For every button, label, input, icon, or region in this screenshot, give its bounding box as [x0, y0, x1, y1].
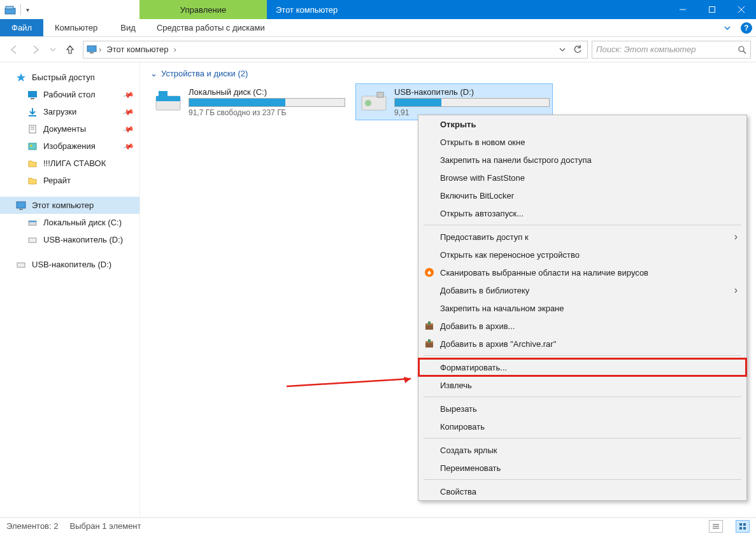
- sidebar-item-label: USB-накопитель (D:): [43, 235, 123, 244]
- breadcrumb-separator[interactable]: ›: [99, 45, 101, 54]
- cm-separator: [424, 397, 741, 397]
- sidebar-item-folder[interactable]: Рерайт: [0, 172, 139, 189]
- sidebar-this-pc[interactable]: Этот компьютер: [0, 197, 139, 214]
- svg-rect-3: [710, 7, 715, 13]
- sidebar-item-documents[interactable]: Документы 📌: [0, 120, 139, 137]
- tab-drive-tools[interactable]: Средства работы с дисками: [147, 19, 275, 36]
- window-title: Этот компьютер: [267, 0, 668, 19]
- folder-icon: [27, 158, 38, 169]
- tab-view[interactable]: Вид: [109, 19, 147, 36]
- capacity-bar: [394, 98, 550, 107]
- qat-separator: [20, 4, 21, 15]
- address-bar[interactable]: › Этот компьютер ›: [83, 41, 588, 59]
- cm-open-autoplay[interactable]: Открыть автозапуск...: [418, 204, 746, 222]
- back-button[interactable]: [5, 41, 23, 59]
- documents-icon: [27, 123, 38, 135]
- title-bar: ▾ Управление Этот компьютер: [0, 0, 756, 19]
- submenu-arrow-icon: ›: [734, 231, 738, 242]
- cm-create-shortcut[interactable]: Создать ярлык: [418, 441, 746, 459]
- help-icon: ?: [741, 22, 752, 34]
- cm-format[interactable]: Форматировать...: [418, 358, 746, 376]
- cm-cut[interactable]: Вырезать: [418, 400, 746, 418]
- cm-open[interactable]: Открыть: [418, 115, 746, 133]
- svg-rect-44: [739, 527, 742, 530]
- pin-icon: 📌: [122, 88, 135, 101]
- usb-drive-icon: [27, 234, 38, 246]
- cm-add-library[interactable]: Добавить в библиотеку›: [418, 281, 746, 299]
- close-button[interactable]: [727, 0, 756, 19]
- search-placeholder: Поиск: Этот компьютер: [596, 45, 738, 54]
- svg-rect-43: [743, 523, 746, 526]
- winrar-icon: [424, 320, 435, 332]
- avast-icon: [424, 267, 435, 278]
- navigation-pane: Быстрый доступ Рабочий стол 📌 Загрузки 📌…: [0, 62, 140, 517]
- sidebar-quick-access[interactable]: Быстрый доступ: [0, 69, 139, 86]
- sidebar-drive-d[interactable]: USB-накопитель (D:): [0, 231, 139, 248]
- breadcrumb-separator[interactable]: ›: [174, 45, 176, 54]
- cm-pin-quick-access[interactable]: Закрепить на панели быстрого доступа: [418, 151, 746, 169]
- svg-rect-42: [739, 523, 742, 526]
- sidebar-drive-c[interactable]: Локальный диск (C:): [0, 214, 139, 231]
- tab-computer[interactable]: Компьютер: [43, 19, 109, 36]
- svg-rect-10: [28, 91, 37, 97]
- svg-rect-29: [377, 92, 383, 97]
- cm-separator: [424, 355, 741, 356]
- cm-properties[interactable]: Свойства: [418, 482, 746, 500]
- maximize-button[interactable]: [697, 0, 727, 19]
- view-tiles-button[interactable]: [736, 520, 750, 533]
- search-box[interactable]: Поиск: Этот компьютер: [592, 41, 751, 59]
- ribbon-context-group: Управление: [139, 0, 267, 19]
- sidebar-item-pictures[interactable]: Изображения 📌: [0, 137, 139, 155]
- ribbon-collapse-icon[interactable]: [718, 19, 737, 36]
- minimize-button[interactable]: [668, 0, 697, 19]
- drive-free-text: 91,7 ГБ свободно из 237 ГБ: [189, 108, 345, 117]
- tab-file[interactable]: Файл: [0, 19, 43, 36]
- usb-drive-icon: [359, 87, 389, 117]
- status-bar: Элементов: 2 Выбран 1 элемент: [0, 517, 756, 534]
- forward-button[interactable]: [27, 41, 45, 59]
- sidebar-item-label: Рерайт: [43, 176, 71, 185]
- cm-separator: [424, 479, 741, 480]
- search-icon: [738, 45, 746, 54]
- breadcrumb-this-pc[interactable]: Этот компьютер: [103, 45, 172, 54]
- svg-point-28: [365, 100, 371, 106]
- refresh-button[interactable]: [571, 43, 585, 57]
- folder-icon: [27, 175, 38, 186]
- sidebar-item-label: !!!ЛИГА СТАВОК: [43, 158, 106, 168]
- address-dropdown-icon[interactable]: [555, 43, 569, 57]
- cm-open-new-window[interactable]: Открыть в новом окне: [418, 133, 746, 151]
- svg-point-8: [739, 46, 744, 52]
- up-button[interactable]: [61, 41, 79, 59]
- cm-eject[interactable]: Извлечь: [418, 376, 746, 394]
- group-header-devices[interactable]: ⌄ Устройства и диски (2): [150, 69, 746, 78]
- cm-give-access[interactable]: Предоставить доступ к›: [418, 228, 746, 246]
- desktop-icon: [27, 89, 38, 101]
- recent-locations-icon[interactable]: [48, 41, 57, 59]
- qat-dropdown-icon[interactable]: ▾: [25, 6, 31, 13]
- cm-rename[interactable]: Переименовать: [418, 459, 746, 477]
- drive-tile-c[interactable]: Локальный диск (C:) 91,7 ГБ свободно из …: [150, 83, 348, 120]
- svg-rect-19: [19, 209, 23, 210]
- svg-rect-1: [6, 6, 13, 9]
- svg-line-9: [743, 51, 746, 53]
- cm-add-to-archive[interactable]: Добавить в архив...: [418, 317, 746, 335]
- window-controls: [668, 0, 756, 19]
- context-menu: Открыть Открыть в новом окне Закрепить н…: [418, 115, 747, 501]
- cm-scan-avast[interactable]: Сканировать выбранные области на наличие…: [418, 263, 746, 281]
- cm-open-portable[interactable]: Открыть как переносное устройство: [418, 246, 746, 263]
- sidebar-item-folder[interactable]: !!!ЛИГА СТАВОК: [0, 155, 139, 172]
- sidebar-removable-drive[interactable]: USB-накопитель (D:): [0, 256, 139, 273]
- svg-rect-21: [29, 221, 36, 222]
- view-details-button[interactable]: [709, 520, 723, 533]
- cm-add-to-archive-named[interactable]: Добавить в архив "Archive.rar": [418, 335, 746, 353]
- cm-browse-faststone[interactable]: Browse with FastStone: [418, 169, 746, 186]
- winrar-icon: [424, 338, 435, 349]
- pictures-icon: [27, 141, 38, 152]
- cm-copy[interactable]: Копировать: [418, 418, 746, 435]
- sidebar-item-desktop[interactable]: Рабочий стол 📌: [0, 86, 139, 103]
- sidebar-item-downloads[interactable]: Загрузки 📌: [0, 103, 139, 120]
- help-button[interactable]: ?: [737, 19, 756, 36]
- sidebar-item-label: Загрузки: [43, 107, 76, 116]
- cm-enable-bitlocker[interactable]: Включить BitLocker: [418, 186, 746, 204]
- cm-pin-start[interactable]: Закрепить на начальном экране: [418, 299, 746, 317]
